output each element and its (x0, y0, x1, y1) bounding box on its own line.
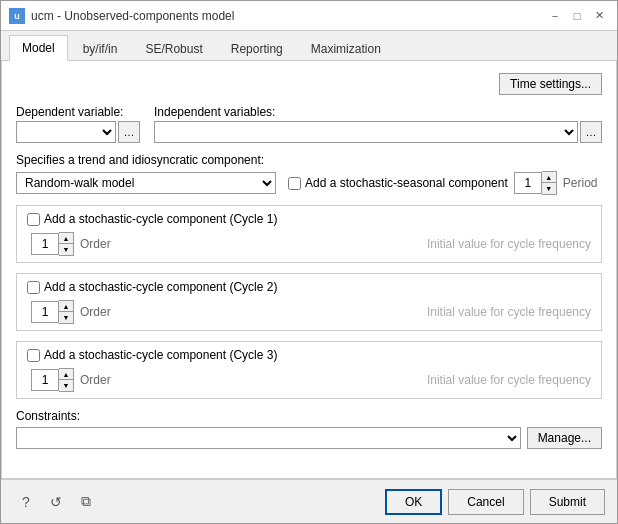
seasonal-checkbox-group: Add a stochastic-seasonal component (288, 176, 508, 190)
cycle2-label: Add a stochastic-cycle component (Cycle … (44, 280, 277, 294)
title-bar-left: u ucm - Unobserved-components model (9, 8, 234, 24)
reset-button[interactable]: ↺ (43, 489, 69, 515)
help-icon: ? (22, 494, 30, 510)
time-settings-row: Time settings... (16, 73, 602, 95)
trend-select[interactable]: Random-walk model (16, 172, 276, 194)
cycle1-increment-button[interactable]: ▲ (59, 233, 73, 244)
submit-button[interactable]: Submit (530, 489, 605, 515)
independent-variables-select[interactable] (154, 121, 578, 143)
cycle2-checkbox[interactable] (27, 281, 40, 294)
cycle2-header: Add a stochastic-cycle component (Cycle … (27, 280, 591, 294)
independent-variables-input-row: … (154, 121, 602, 143)
seasonal-checkbox[interactable] (288, 177, 301, 190)
period-label: Period (563, 176, 598, 190)
footer: ? ↺ ⧉ OK Cancel Submit (1, 479, 617, 523)
trend-row: Random-walk model Add a stochastic-seaso… (16, 171, 602, 195)
seasonal-group: Add a stochastic-seasonal component ▲ ▼ … (288, 171, 597, 195)
cycle2-body: ▲ ▼ Order Initial value for cycle freque… (27, 300, 591, 324)
trend-label: Specifies a trend and idiosyncratic comp… (16, 153, 602, 167)
cycle3-increment-button[interactable]: ▲ (59, 369, 73, 380)
cancel-button[interactable]: Cancel (448, 489, 523, 515)
dependent-variable-input-row: … (16, 121, 140, 143)
cycle1-spinbox: ▲ ▼ (31, 232, 74, 256)
footer-right: OK Cancel Submit (385, 489, 605, 515)
constraints-row: Manage... (16, 427, 602, 449)
maximize-button[interactable]: □ (567, 6, 587, 26)
cycle3-order-input[interactable] (31, 369, 59, 391)
window-title: ucm - Unobserved-components model (31, 9, 234, 23)
cycle3-freq-label: Initial value for cycle frequency (117, 373, 591, 387)
main-content: Time settings... Dependent variable: … I… (1, 61, 617, 479)
cycle3-decrement-button[interactable]: ▼ (59, 380, 73, 391)
cycle2-spinbox: ▲ ▼ (31, 300, 74, 324)
tab-bar: Model by/if/in SE/Robust Reporting Maxim… (1, 31, 617, 61)
variables-row: Dependent variable: … Independent variab… (16, 105, 602, 143)
cycle1-spin-buttons: ▲ ▼ (59, 232, 74, 256)
cycle3-checkbox[interactable] (27, 349, 40, 362)
constraints-section: Constraints: Manage... (16, 409, 602, 449)
cycle3-label: Add a stochastic-cycle component (Cycle … (44, 348, 277, 362)
cycle2-order-label: Order (80, 305, 111, 319)
help-button[interactable]: ? (13, 489, 39, 515)
tab-model[interactable]: Model (9, 35, 68, 61)
dependent-variable-label: Dependent variable: (16, 105, 140, 119)
cycle3-spinbox: ▲ ▼ (31, 368, 74, 392)
manage-button[interactable]: Manage... (527, 427, 602, 449)
cycle3-order-label: Order (80, 373, 111, 387)
dependent-variable-dots-button[interactable]: … (118, 121, 140, 143)
window-icon: u (9, 8, 25, 24)
cycle1-order-label: Order (80, 237, 111, 251)
cycle3-section: Add a stochastic-cycle component (Cycle … (16, 341, 602, 399)
cycle2-order-input[interactable] (31, 301, 59, 323)
cycle3-header: Add a stochastic-cycle component (Cycle … (27, 348, 591, 362)
dependent-variable-group: Dependent variable: … (16, 105, 140, 143)
cycle1-label: Add a stochastic-cycle component (Cycle … (44, 212, 277, 226)
tab-se-robust[interactable]: SE/Robust (132, 36, 215, 61)
ok-button[interactable]: OK (385, 489, 442, 515)
cycle3-body: ▲ ▼ Order Initial value for cycle freque… (27, 368, 591, 392)
independent-variables-dots-button[interactable]: … (580, 121, 602, 143)
independent-variables-label: Independent variables: (154, 105, 602, 119)
cycle3-spin-buttons: ▲ ▼ (59, 368, 74, 392)
dependent-variable-select[interactable] (16, 121, 116, 143)
time-settings-button[interactable]: Time settings... (499, 73, 602, 95)
minimize-button[interactable]: − (545, 6, 565, 26)
constraints-select[interactable] (16, 427, 521, 449)
cycle1-body: ▲ ▼ Order Initial value for cycle freque… (27, 232, 591, 256)
title-controls: − □ ✕ (545, 6, 609, 26)
period-spin-buttons: ▲ ▼ (542, 171, 557, 195)
period-decrement-button[interactable]: ▼ (542, 183, 556, 194)
main-window: u ucm - Unobserved-components model − □ … (0, 0, 618, 524)
constraints-label: Constraints: (16, 409, 602, 423)
cycle2-decrement-button[interactable]: ▼ (59, 312, 73, 323)
seasonal-label: Add a stochastic-seasonal component (305, 176, 508, 190)
reset-icon: ↺ (50, 494, 62, 510)
footer-left: ? ↺ ⧉ (13, 489, 99, 515)
tab-reporting[interactable]: Reporting (218, 36, 296, 61)
cycle1-checkbox[interactable] (27, 213, 40, 226)
tab-maximization[interactable]: Maximization (298, 36, 394, 61)
period-spinbox: ▲ ▼ (514, 171, 557, 195)
cycle1-decrement-button[interactable]: ▼ (59, 244, 73, 255)
cycle1-freq-label: Initial value for cycle frequency (117, 237, 591, 251)
cycle1-header: Add a stochastic-cycle component (Cycle … (27, 212, 591, 226)
title-bar: u ucm - Unobserved-components model − □ … (1, 1, 617, 31)
cycle1-section: Add a stochastic-cycle component (Cycle … (16, 205, 602, 263)
tab-by-if-in[interactable]: by/if/in (70, 36, 131, 61)
cycle2-increment-button[interactable]: ▲ (59, 301, 73, 312)
copy-icon: ⧉ (81, 493, 91, 510)
cycle2-freq-label: Initial value for cycle frequency (117, 305, 591, 319)
cycle1-order-input[interactable] (31, 233, 59, 255)
trend-section: Specifies a trend and idiosyncratic comp… (16, 153, 602, 195)
cycle2-spin-buttons: ▲ ▼ (59, 300, 74, 324)
period-input[interactable] (514, 172, 542, 194)
copy-button[interactable]: ⧉ (73, 489, 99, 515)
cycle2-section: Add a stochastic-cycle component (Cycle … (16, 273, 602, 331)
close-button[interactable]: ✕ (589, 6, 609, 26)
independent-variables-group: Independent variables: … (154, 105, 602, 143)
period-increment-button[interactable]: ▲ (542, 172, 556, 183)
